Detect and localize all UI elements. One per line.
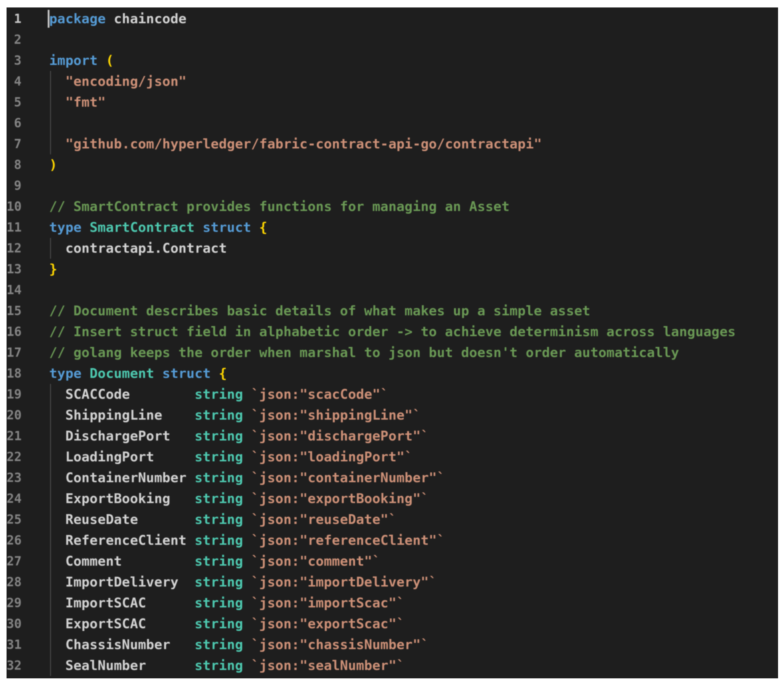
code-text xyxy=(49,113,778,134)
line-number: 9 xyxy=(6,175,21,196)
indent-guide xyxy=(50,655,51,676)
token-string: `json:"containerNumber"` xyxy=(243,470,445,486)
code-line: 21 DischargePort string `json:"discharge… xyxy=(6,426,778,447)
indent-guide xyxy=(50,634,51,655)
token-keyword: type xyxy=(49,219,81,235)
code-line: 5 "fmt" xyxy=(6,92,778,113)
token-text: Comment xyxy=(49,553,195,569)
line-number: 7 xyxy=(6,134,21,154)
code-line: 2 xyxy=(6,29,778,50)
code-text: ReuseDate string `json:"reuseDate"` xyxy=(49,509,778,530)
code-text xyxy=(49,279,778,300)
token-keyword: type xyxy=(49,365,81,381)
token-bracket: } xyxy=(49,261,57,277)
token-text: SCACCode xyxy=(49,386,195,402)
line-number: 3 xyxy=(6,50,21,71)
indent-guide xyxy=(50,613,51,634)
token-text xyxy=(195,219,203,235)
token-type: string xyxy=(195,574,243,590)
code-line: 22 LoadingPort string `json:"loadingPort… xyxy=(6,447,778,467)
indent-guide xyxy=(50,551,51,572)
token-text: ShippingLine xyxy=(49,407,195,423)
code-text: ) xyxy=(49,154,778,175)
line-number: 19 xyxy=(6,384,21,405)
line-number: 12 xyxy=(6,238,21,259)
token-keyword: package xyxy=(49,11,106,26)
line-number: 11 xyxy=(6,217,21,238)
token-type: string xyxy=(195,470,243,486)
code-line: 1package chaincode xyxy=(6,8,778,29)
line-number: 28 xyxy=(6,572,21,592)
code-line: 18type Document struct { xyxy=(6,363,778,384)
token-type: string xyxy=(195,637,243,652)
line-number: 1 xyxy=(6,8,21,29)
code-editor[interactable]: 1package chaincode23import (4 "encoding/… xyxy=(6,8,778,678)
token-text xyxy=(98,52,106,68)
token-type: Document xyxy=(89,365,154,381)
indent-guide xyxy=(50,426,51,447)
code-line: 8) xyxy=(6,154,778,175)
code-line: 17// golang keeps the order when marshal… xyxy=(6,342,778,363)
code-text: // golang keeps the order when marshal t… xyxy=(49,342,778,363)
token-text xyxy=(49,94,65,110)
token-text: DischargePort xyxy=(49,428,195,444)
token-text: chaincode xyxy=(106,11,187,26)
token-string: `json:"reuseDate"` xyxy=(243,511,397,527)
code-text: DischargePort string `json:"dischargePor… xyxy=(49,426,778,447)
line-number: 20 xyxy=(6,405,21,426)
token-string: "encoding/json" xyxy=(65,73,186,89)
code-line: 31 ChassisNumber string `json:"chassisNu… xyxy=(6,634,778,655)
indent-guide xyxy=(50,447,51,467)
code-line: 19 SCACCode string `json:"scacCode"` xyxy=(6,384,778,405)
code-text: ExportSCAC string `json:"exportScac"` xyxy=(49,613,778,634)
code-text: "github.com/hyperledger/fabric-contract-… xyxy=(49,134,778,154)
token-text: ChassisNumber xyxy=(49,637,195,652)
code-text: Comment string `json:"comment"` xyxy=(49,551,778,572)
token-string: `json:"comment"` xyxy=(243,553,381,569)
code-text: ContainerNumber string `json:"containerN… xyxy=(49,467,778,488)
token-text: LoadingPort xyxy=(49,449,195,465)
line-number: 14 xyxy=(6,279,21,300)
code-line: 11type SmartContract struct { xyxy=(6,217,778,238)
code-line: 24 ExportBooking string `json:"exportBoo… xyxy=(6,488,778,509)
code-line: 26 ReferenceClient string `json:"referen… xyxy=(6,530,778,551)
token-type: string xyxy=(195,511,243,527)
token-type: string xyxy=(195,658,243,673)
line-number: 5 xyxy=(6,92,21,113)
code-line: 14 xyxy=(6,279,778,300)
line-number: 25 xyxy=(6,509,21,530)
token-bracket: { xyxy=(259,219,267,235)
token-text xyxy=(49,136,65,152)
code-line: 13} xyxy=(6,259,778,279)
code-line: 23 ContainerNumber string `json:"contain… xyxy=(6,467,778,488)
token-string: `json:"shippingLine"` xyxy=(243,407,421,423)
code-line: 15// Document describes basic details of… xyxy=(6,300,778,321)
line-number: 13 xyxy=(6,259,21,279)
line-number: 29 xyxy=(6,592,21,613)
code-text: type SmartContract struct { xyxy=(49,217,778,238)
code-text: ExportBooking string `json:"exportBookin… xyxy=(49,488,778,509)
token-bracket: ( xyxy=(106,52,114,68)
indent-guide xyxy=(50,238,51,259)
indent-guide xyxy=(50,509,51,530)
code-text: ShippingLine string `json:"shippingLine"… xyxy=(49,405,778,426)
token-text xyxy=(81,219,89,235)
token-string: `json:"sealNumber"` xyxy=(243,658,405,673)
line-number: 2 xyxy=(6,29,21,50)
code-text: // Document describes basic details of w… xyxy=(49,300,778,321)
token-string: "fmt" xyxy=(65,94,105,110)
code-text xyxy=(49,175,778,196)
line-number: 16 xyxy=(6,321,21,342)
code-text: } xyxy=(49,259,778,279)
line-number: 31 xyxy=(6,634,21,655)
token-type: string xyxy=(195,449,243,465)
token-string: `json:"dischargePort"` xyxy=(243,428,429,444)
code-line: 29 ImportSCAC string `json:"importScac"` xyxy=(6,592,778,613)
code-line: 4 "encoding/json" xyxy=(6,71,778,92)
indent-guide xyxy=(50,488,51,509)
code-text: LoadingPort string `json:"loadingPort"` xyxy=(49,447,778,467)
token-string: `json:"referenceClient"` xyxy=(243,532,445,548)
indent-guide xyxy=(50,71,51,92)
line-number: 30 xyxy=(6,613,21,634)
indent-guide xyxy=(50,467,51,488)
